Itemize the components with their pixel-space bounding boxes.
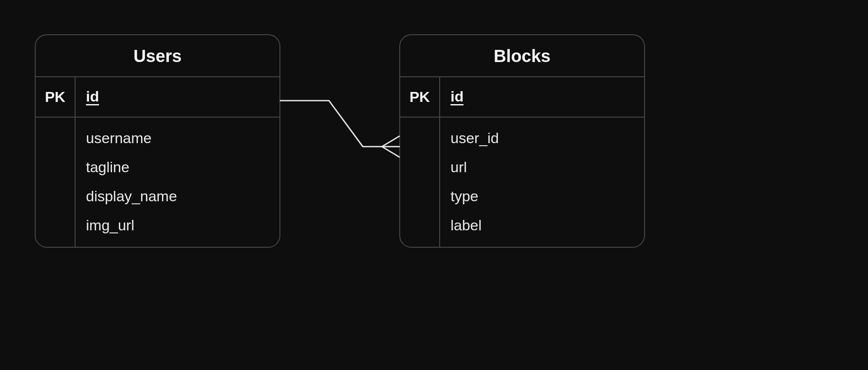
pk-field: id	[450, 89, 464, 105]
fields-list: user_id url type label	[440, 118, 644, 247]
fields-row: username tagline display_name img_url	[36, 118, 279, 247]
field: display_name	[86, 188, 269, 205]
entity-users: Users PK id username tagline display_nam…	[35, 34, 280, 248]
pk-label: PK	[400, 77, 440, 117]
entity-title: Blocks	[400, 35, 644, 77]
pk-label: PK	[36, 77, 76, 117]
fields-spacer	[400, 118, 440, 247]
fields-row: user_id url type label	[400, 118, 644, 247]
field: username	[86, 130, 269, 147]
entity-blocks: Blocks PK id user_id url type label	[399, 34, 645, 248]
pk-field-cell: id	[440, 77, 644, 117]
pk-field-cell: id	[76, 77, 279, 117]
field: user_id	[450, 130, 634, 147]
field: type	[450, 188, 634, 205]
pk-row: PK id	[36, 77, 279, 118]
relationship-connector	[280, 95, 400, 165]
entity-title: Users	[36, 35, 279, 77]
fields-list: username tagline display_name img_url	[76, 118, 279, 247]
field: url	[450, 159, 634, 176]
pk-row: PK id	[400, 77, 644, 118]
field: tagline	[86, 159, 269, 176]
fields-spacer	[36, 118, 76, 247]
field: img_url	[86, 217, 269, 234]
field: label	[450, 217, 634, 234]
pk-field: id	[86, 89, 99, 105]
